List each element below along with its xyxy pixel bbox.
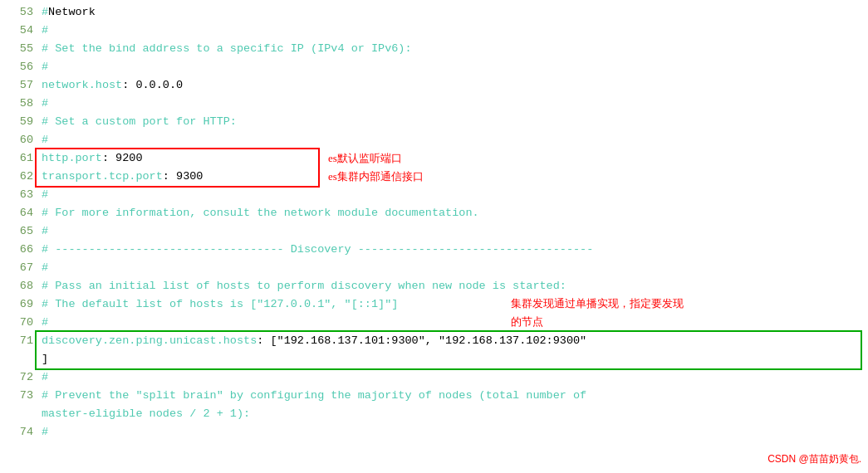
code-line: 54# bbox=[0, 22, 868, 40]
code-line: 60# bbox=[0, 131, 868, 149]
code-line: 61http.port: 9200 bbox=[0, 149, 868, 168]
annotation-transport-port: es集群内部通信接口 bbox=[328, 169, 424, 184]
annotation-http-port: es默认监听端口 bbox=[328, 151, 402, 166]
code-line: 55# Set the bind address to a specific I… bbox=[0, 40, 868, 58]
code-line: 66# ---------------------------------- D… bbox=[0, 241, 868, 259]
code-line-wrap: 71] bbox=[0, 350, 868, 368]
code-line: 73 master-eligible nodes / 2 + 1): bbox=[0, 405, 868, 423]
code-line: 71discovery.zen.ping.unicast.hosts: ["19… bbox=[0, 332, 868, 350]
code-line: 58# bbox=[0, 95, 868, 113]
code-line: 59# Set a custom port for HTTP: bbox=[0, 113, 868, 131]
code-line: 57network.host: 0.0.0.0 bbox=[0, 76, 868, 95]
code-line: 63# bbox=[0, 186, 868, 204]
code-line: 73# Prevent the "split brain" by configu… bbox=[0, 387, 868, 405]
code-container: 53# Network54#55# Set the bind address t… bbox=[0, 0, 868, 473]
csdn-tag: CSDN @苗苗奶黄包. bbox=[767, 452, 861, 466]
code-line: 67# bbox=[0, 259, 868, 277]
code-line: 64# For more information, consult the ne… bbox=[0, 204, 868, 222]
code-line: 62transport.tcp.port: 9300 bbox=[0, 168, 868, 186]
code-line: 70# bbox=[0, 314, 868, 332]
code-line: 69# The default list of hosts is ["127.0… bbox=[0, 295, 868, 314]
code-area: 53# Network54#55# Set the bind address t… bbox=[0, 0, 868, 445]
annotation-discovery-node: 的节点 bbox=[511, 315, 543, 329]
code-line: 56# bbox=[0, 58, 868, 76]
annotation-discovery: 集群发现通过单播实现，指定要发现 bbox=[511, 296, 684, 311]
code-line: 72# bbox=[0, 368, 868, 387]
code-line: 74# bbox=[0, 423, 868, 441]
code-line: 68# Pass an initial list of hosts to per… bbox=[0, 277, 868, 295]
code-line: 65# bbox=[0, 222, 868, 241]
code-line: 53# Network bbox=[0, 3, 868, 22]
